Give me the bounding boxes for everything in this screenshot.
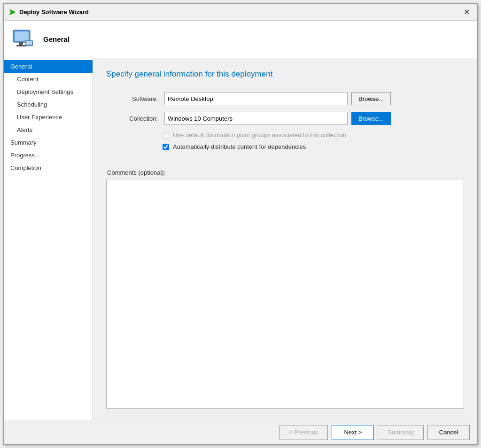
summary-button[interactable]: Summary xyxy=(378,425,424,440)
close-button[interactable]: ✕ xyxy=(461,7,473,17)
sidebar-item-content[interactable]: Content xyxy=(4,73,93,85)
deploy-software-wizard-window: ➤ Deploy Software Wizard ✕ General Gener… xyxy=(3,3,478,445)
svg-rect-5 xyxy=(26,41,32,45)
software-browse-button[interactable]: Browse... xyxy=(351,92,391,105)
comments-label: Comments (optional): xyxy=(107,169,464,176)
software-input[interactable] xyxy=(164,92,348,105)
auto-distribute-checkbox[interactable] xyxy=(163,144,169,150)
computer-icon xyxy=(11,27,36,52)
default-distribution-row: Use default distribution point groups as… xyxy=(163,131,464,139)
sidebar-item-general[interactable]: General xyxy=(4,60,93,73)
title-bar-left: ➤ Deploy Software Wizard xyxy=(8,7,89,17)
comments-textarea[interactable] xyxy=(106,179,464,409)
main-content: General Content Deployment Settings Sche… xyxy=(4,58,477,420)
sidebar-item-alerts[interactable]: Alerts xyxy=(4,124,93,136)
sidebar-item-completion[interactable]: Completion xyxy=(4,162,93,174)
collection-label: Collection: xyxy=(106,115,158,122)
next-button[interactable]: Next > xyxy=(332,425,374,440)
sidebar-item-user-experience[interactable]: User Experience xyxy=(4,111,93,124)
default-distribution-checkbox[interactable] xyxy=(163,132,169,139)
sidebar-item-deployment-settings[interactable]: Deployment Settings xyxy=(4,85,93,98)
software-row: Software: Browse... xyxy=(106,92,464,105)
auto-distribute-row: Automatically distribute content for dep… xyxy=(163,143,464,150)
collection-browse-button[interactable]: Browse... xyxy=(351,112,391,125)
collection-row: Collection: Browse... xyxy=(106,112,464,125)
auto-distribute-label: Automatically distribute content for dep… xyxy=(173,143,306,150)
cancel-button[interactable]: Cancel xyxy=(427,425,470,440)
collection-input[interactable] xyxy=(164,112,348,125)
sidebar: General Content Deployment Settings Sche… xyxy=(4,58,93,420)
default-distribution-label: Use default distribution point groups as… xyxy=(173,131,346,139)
window-title: Deploy Software Wizard xyxy=(19,8,89,15)
header-bar: General xyxy=(4,21,477,58)
section-title: Specify general information for this dep… xyxy=(106,70,464,79)
title-bar: ➤ Deploy Software Wizard ✕ xyxy=(4,4,477,21)
sidebar-item-scheduling[interactable]: Scheduling xyxy=(4,98,93,111)
content-area: Specify general information for this dep… xyxy=(93,58,477,420)
sidebar-item-summary[interactable]: Summary xyxy=(4,136,93,149)
svg-rect-3 xyxy=(16,45,26,46)
app-icon: ➤ xyxy=(8,7,16,17)
svg-rect-2 xyxy=(19,42,23,46)
header-title: General xyxy=(43,35,70,43)
comments-section: Comments (optional): xyxy=(106,169,464,409)
svg-rect-1 xyxy=(15,31,29,41)
footer: < Previous Next > Summary Cancel xyxy=(4,420,477,444)
software-label: Software: xyxy=(106,95,158,102)
sidebar-item-progress[interactable]: Progress xyxy=(4,149,93,162)
previous-button[interactable]: < Previous xyxy=(279,425,328,440)
